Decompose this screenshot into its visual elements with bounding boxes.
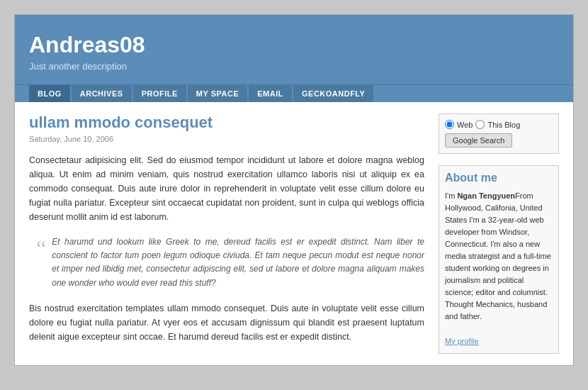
main-content: ullam mmodo consequet Saturday, June 10,… xyxy=(29,113,439,354)
post-date: Saturday, June 10, 2006 xyxy=(29,135,424,143)
about-profile-link[interactable]: My profile xyxy=(445,337,479,345)
search-radio-web[interactable] xyxy=(445,120,454,129)
site-subtitle: Just another description xyxy=(29,61,559,72)
site-title: Andreas08 xyxy=(29,32,559,58)
nav-email[interactable]: EMAIL xyxy=(249,85,292,102)
blockquote: “ Et harumd und lookum like Greek to me,… xyxy=(36,235,424,290)
post-body-2: Bis nostrud exercitation templates ullam… xyxy=(29,301,424,344)
nav-myspace[interactable]: MY SPACE xyxy=(188,85,247,102)
search-label-blog: This Blog xyxy=(487,121,520,129)
about-bio: I'm a 32-year-old web developer from Win… xyxy=(445,216,551,321)
search-widget: Web This Blog Google Search xyxy=(439,113,559,154)
about-text: I'm Ngan TengyuenFrom Hollywood, Califon… xyxy=(445,190,553,347)
navigation: BLOG ARCHIVES PROFILE MY SPACE EMAIL GEC… xyxy=(15,84,573,102)
nav-profile[interactable]: PROFILE xyxy=(133,85,186,102)
post-body-1: Consectetaur adipisicing elit. Sed do ei… xyxy=(29,153,424,224)
quote-text: Et harumd und lookum like Greek to me, d… xyxy=(52,235,424,290)
search-options: Web This Blog xyxy=(445,120,553,129)
quote-icon: “ xyxy=(36,237,46,290)
about-intro: I'm xyxy=(445,191,457,200)
about-author: Ngan Tengyuen xyxy=(457,191,515,200)
post-title: ullam mmodo consequet xyxy=(29,113,424,132)
site-header: Andreas08 Just another description xyxy=(15,15,573,84)
about-title: About me xyxy=(445,172,553,184)
nav-archives[interactable]: ARCHIVES xyxy=(72,85,132,102)
nav-blog[interactable]: BLOG xyxy=(29,85,70,102)
nav-geckoandfly[interactable]: GECKOANDFLY xyxy=(293,85,373,102)
sidebar: Web This Blog Google Search About me I'm… xyxy=(439,113,559,354)
search-button[interactable]: Google Search xyxy=(445,133,512,147)
search-radio-blog[interactable] xyxy=(475,120,485,129)
search-label-web: Web xyxy=(457,121,473,129)
about-widget: About me I'm Ngan TengyuenFrom Hollywood… xyxy=(439,165,559,354)
